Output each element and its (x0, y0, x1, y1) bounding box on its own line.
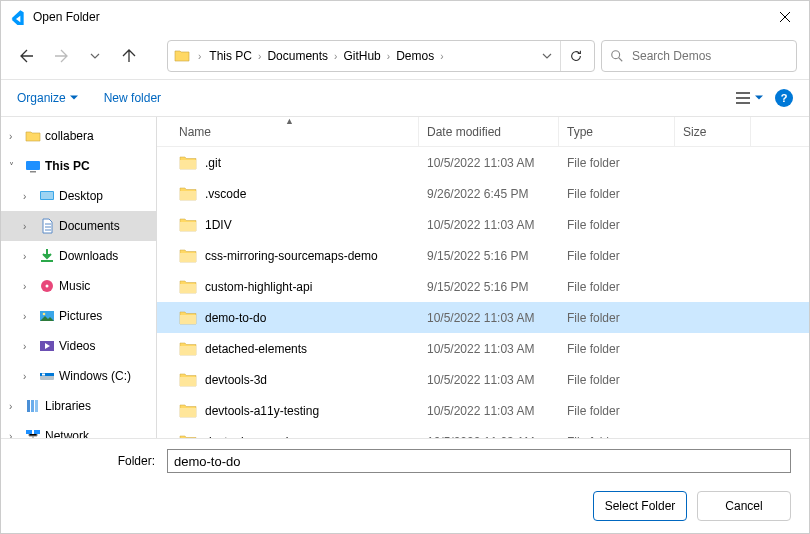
address-bar[interactable]: › This PC›Documents›GitHub›Demos› (167, 40, 595, 72)
col-type[interactable]: Type (559, 117, 675, 146)
svg-point-0 (612, 51, 620, 59)
svg-rect-12 (42, 374, 45, 376)
chevron-right-icon[interactable]: › (196, 51, 203, 62)
tree-item-windows-c-[interactable]: ›Windows (C:) (1, 361, 156, 391)
folder-input[interactable] (167, 449, 791, 473)
back-button[interactable] (13, 42, 41, 70)
breadcrumb-github[interactable]: GitHub (339, 47, 384, 65)
file-type: File folder (559, 435, 675, 439)
file-type: File folder (559, 404, 675, 418)
tree-item-libraries[interactable]: ›Libraries (1, 391, 156, 421)
tree-item-pictures[interactable]: ›Pictures (1, 301, 156, 331)
tree-item-label: Pictures (59, 309, 102, 323)
folder-icon (25, 128, 41, 144)
file-row[interactable]: 1DIV10/5/2022 11:03 AMFile folder (157, 209, 809, 240)
tree-item-label: Libraries (45, 399, 91, 413)
twisty-icon[interactable]: › (9, 431, 21, 439)
breadcrumb-documents[interactable]: Documents (263, 47, 332, 65)
file-row[interactable]: devtools-3d10/5/2022 11:03 AMFile folder (157, 364, 809, 395)
file-type: File folder (559, 249, 675, 263)
twisty-icon[interactable]: › (23, 371, 35, 382)
twisty-icon[interactable]: › (23, 341, 35, 352)
file-date: 9/26/2022 6:45 PM (419, 187, 559, 201)
breadcrumb-this-pc[interactable]: This PC (205, 47, 256, 65)
close-button[interactable] (763, 2, 807, 32)
file-row[interactable]: css-mirroring-sourcemaps-demo9/15/2022 5… (157, 240, 809, 271)
file-row[interactable]: custom-highlight-api9/15/2022 5:16 PMFil… (157, 271, 809, 302)
twisty-icon[interactable]: › (23, 221, 35, 232)
tree-item-desktop[interactable]: ›Desktop (1, 181, 156, 211)
select-folder-button[interactable]: Select Folder (593, 491, 687, 521)
search-box[interactable] (601, 40, 797, 72)
file-name: devtools-a11y-testing (205, 404, 319, 418)
twisty-icon[interactable]: › (23, 311, 35, 322)
forward-button[interactable] (47, 42, 75, 70)
file-row[interactable]: .vscode9/26/2022 6:45 PMFile folder (157, 178, 809, 209)
tree-item-network[interactable]: ›Network (1, 421, 156, 438)
svg-rect-1 (26, 161, 40, 170)
new-folder-button[interactable]: New folder (104, 91, 161, 105)
tree-item-label: Downloads (59, 249, 118, 263)
col-size[interactable]: Size (675, 117, 751, 146)
file-name: devtools-console (205, 435, 295, 439)
twisty-icon[interactable]: ˅ (9, 161, 21, 172)
button-row: Select Folder Cancel (19, 491, 791, 521)
pc-icon (25, 158, 41, 174)
twisty-icon[interactable]: › (23, 281, 35, 292)
tree-item-label: Windows (C:) (59, 369, 131, 383)
up-button[interactable] (115, 42, 143, 70)
search-input[interactable] (632, 49, 788, 63)
twisty-icon[interactable]: › (23, 191, 35, 202)
breadcrumb-demos[interactable]: Demos (392, 47, 438, 65)
address-dropdown[interactable] (536, 51, 558, 61)
file-row[interactable]: devtools-console10/5/2022 11:03 AMFile f… (157, 426, 809, 438)
file-type: File folder (559, 156, 675, 170)
chevron-right-icon[interactable]: › (438, 51, 445, 62)
organize-button[interactable]: Organize (17, 91, 78, 105)
tree-item-this-pc[interactable]: ˅This PC (1, 151, 156, 181)
twisty-icon[interactable]: › (23, 251, 35, 262)
navigation-tree[interactable]: ›collabera˅This PC›Desktop›Documents›Dow… (1, 117, 157, 438)
pictures-icon (39, 308, 55, 324)
file-row[interactable]: devtools-a11y-testing10/5/2022 11:03 AMF… (157, 395, 809, 426)
file-type: File folder (559, 187, 675, 201)
file-date: 10/5/2022 11:03 AM (419, 373, 559, 387)
file-name: css-mirroring-sourcemaps-demo (205, 249, 378, 263)
file-row[interactable]: detached-elements10/5/2022 11:03 AMFile … (157, 333, 809, 364)
tree-item-downloads[interactable]: ›Downloads (1, 241, 156, 271)
folder-row: Folder: (19, 449, 791, 473)
dialog-title: Open Folder (33, 10, 763, 24)
svg-rect-16 (26, 430, 32, 434)
file-type: File folder (559, 218, 675, 232)
music-icon (39, 278, 55, 294)
svg-point-6 (46, 285, 49, 288)
folder-icon (179, 279, 197, 294)
tree-item-documents[interactable]: ›Documents (1, 211, 156, 241)
tree-item-label: Music (59, 279, 90, 293)
col-name[interactable]: Name (171, 117, 419, 146)
file-date: 10/5/2022 11:03 AM (419, 342, 559, 356)
svg-rect-13 (27, 400, 30, 412)
sort-indicator-icon: ▲ (285, 117, 294, 126)
file-row[interactable]: .git10/5/2022 11:03 AMFile folder (157, 147, 809, 178)
tree-item-collabera[interactable]: ›collabera (1, 121, 156, 151)
file-date: 10/5/2022 11:03 AM (419, 156, 559, 170)
twisty-icon[interactable]: › (9, 131, 21, 142)
twisty-icon[interactable]: › (9, 401, 21, 412)
tree-item-videos[interactable]: ›Videos (1, 331, 156, 361)
col-date[interactable]: Date modified (419, 117, 559, 146)
refresh-button[interactable] (560, 41, 590, 71)
tree-item-music[interactable]: ›Music (1, 271, 156, 301)
folder-icon (179, 248, 197, 263)
file-row[interactable]: demo-to-do10/5/2022 11:03 AMFile folder (157, 302, 809, 333)
tree-item-label: Documents (59, 219, 120, 233)
file-type: File folder (559, 373, 675, 387)
svg-rect-4 (41, 192, 53, 199)
recent-dropdown[interactable] (81, 42, 109, 70)
file-list[interactable]: .git10/5/2022 11:03 AMFile folder.vscode… (157, 147, 809, 438)
drive-icon (39, 368, 55, 384)
folder-icon (179, 403, 197, 418)
help-button[interactable]: ? (775, 89, 793, 107)
cancel-button[interactable]: Cancel (697, 491, 791, 521)
view-button[interactable] (735, 91, 763, 105)
